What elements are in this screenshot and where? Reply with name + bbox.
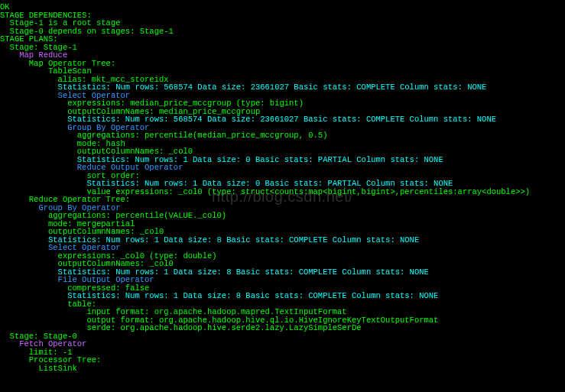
terminal-line: Select Operator: [0, 244, 565, 252]
terminal-line: aggregations: percentile(median_price_mc…: [0, 131, 565, 140]
terminal-line: aggregations: percentile(VALUE._col0): [0, 212, 565, 220]
terminal-line: Statistics: Num rows: 1 Data size: 0 Bas…: [0, 180, 565, 188]
terminal-line: input format: org.apache.hadoop.mapred.T…: [0, 308, 565, 316]
terminal-line: OK: [0, 3, 565, 11]
terminal-line: outputColumnNames: _col0: [0, 228, 565, 236]
terminal-line: Fetch Operator: [0, 340, 565, 348]
terminal-line: Reduce Operator Tree:: [0, 196, 565, 204]
terminal-line: Map Reduce: [0, 51, 565, 60]
terminal-line: STAGE PLANS:: [0, 35, 565, 44]
terminal-line: Reduce Output Operator: [0, 164, 565, 172]
terminal-line: Processor Tree:: [0, 356, 565, 364]
terminal-line: outputColumnNames: _col0: [0, 260, 565, 268]
terminal-line: outputColumnNames: _col0: [0, 147, 565, 156]
terminal-line: ListSink: [0, 364, 565, 373]
terminal-line: Statistics: Num rows: 568574 Data size: …: [0, 83, 565, 92]
terminal-line: Stage: Stage-1: [0, 44, 565, 52]
terminal-line: Stage-0 depends on stages: Stage-1: [0, 28, 565, 36]
terminal-line: File Output Operator: [0, 276, 565, 284]
terminal-line: TableScan: [0, 67, 565, 76]
terminal-line: Statistics: Num rows: 1 Data size: 8 Bas…: [0, 292, 565, 300]
terminal-line: expressions: median_price_mccgroup (type…: [0, 99, 565, 108]
terminal-line: serde: org.apache.hadoop.hive.serde2.laz…: [0, 324, 565, 332]
terminal-line: Stage-1 is a root stage: [0, 19, 565, 28]
terminal-line: Statistics: Num rows: 568574 Data size: …: [0, 115, 565, 124]
terminal-output: OKSTAGE DEPENDENCIES: Stage-1 is a root …: [0, 0, 565, 372]
